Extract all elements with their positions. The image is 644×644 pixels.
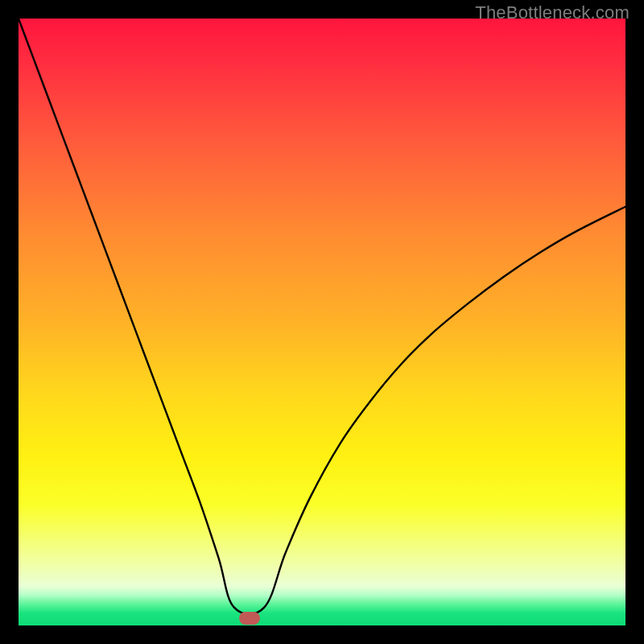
optimal-point-marker — [239, 612, 260, 625]
chart-frame: TheBottleneck.com — [0, 0, 644, 644]
bottleneck-curve — [19, 19, 625, 625]
